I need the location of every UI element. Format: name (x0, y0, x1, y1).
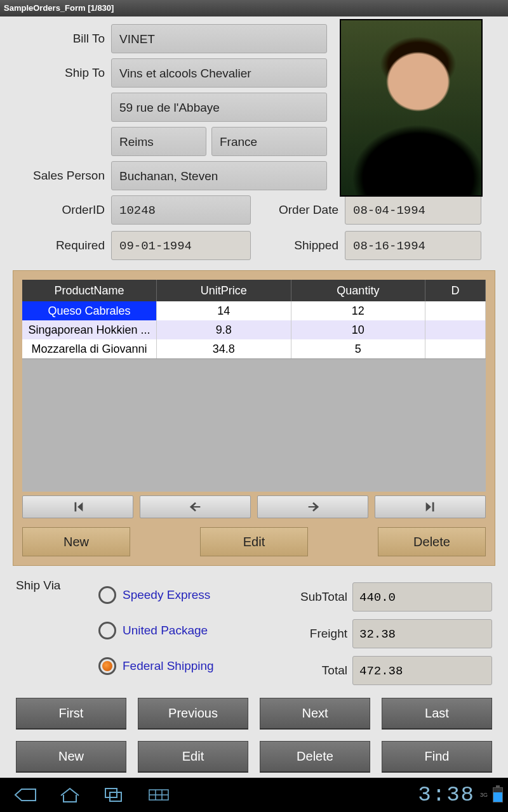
freight-value[interactable]: 32.38 (352, 619, 492, 648)
last-icon (422, 500, 439, 514)
new-button[interactable]: New (16, 741, 126, 773)
home-icon[interactable] (51, 783, 89, 807)
item-delete-button[interactable]: Delete (378, 527, 486, 556)
order-id-field[interactable]: 10248 (111, 195, 251, 225)
table-prev-button[interactable] (140, 495, 251, 518)
order-date-label: Order Date (262, 203, 345, 217)
address-field[interactable]: 59 rue de l'Abbaye (111, 93, 327, 122)
shipped-field[interactable]: 08-16-1994 (345, 231, 481, 260)
order-id-label: OrderID (13, 203, 111, 217)
order-items-table[interactable]: ProductName UnitPrice Quantity D Queso C… (22, 280, 486, 358)
find-button[interactable]: Find (382, 741, 492, 773)
table-row[interactable]: Queso Cabrales 14 12 (22, 301, 486, 320)
table-last-button[interactable] (375, 495, 486, 518)
first-button[interactable]: First (16, 698, 126, 730)
ship-option-federal[interactable]: Federal Shipping (98, 648, 283, 684)
radio-icon (98, 622, 116, 639)
total-value[interactable]: 472.38 (352, 656, 492, 685)
ship-option-united[interactable]: United Package (98, 613, 283, 648)
recent-apps-icon[interactable] (95, 783, 133, 807)
ship-via-label: Ship Via (16, 579, 98, 593)
radio-icon (98, 586, 116, 604)
order-items-panel: ProductName UnitPrice Quantity D Queso C… (13, 270, 495, 566)
col-d[interactable]: D (425, 280, 486, 301)
arrow-right-icon (305, 500, 321, 514)
form-nav-buttons: First Previous Next Last New Edit Delete… (0, 694, 508, 776)
sales-person-label: Sales Person (13, 169, 111, 183)
item-edit-button[interactable]: Edit (200, 527, 308, 556)
back-icon[interactable] (6, 783, 44, 807)
status-clock: 3:38 (418, 783, 475, 807)
radio-icon (98, 657, 116, 675)
next-button[interactable]: Next (260, 698, 370, 730)
signal-indicator: 3G (480, 792, 488, 798)
table-first-button[interactable] (22, 495, 133, 518)
first-icon (70, 500, 86, 514)
android-nav-bar: 3:38 3G (0, 778, 508, 812)
last-button[interactable]: Last (382, 698, 492, 730)
col-unit-price[interactable]: UnitPrice (157, 280, 291, 301)
required-label: Required (13, 239, 111, 252)
subtotal-value[interactable]: 440.0 (352, 582, 492, 612)
battery-icon (493, 787, 503, 802)
bill-to-field[interactable]: VINET (111, 24, 327, 53)
ship-option-speedy[interactable]: Speedy Express (98, 577, 283, 613)
avatar (340, 19, 483, 197)
shipped-label: Shipped (262, 239, 345, 252)
window-title: SampleOrders_Form [1/830] (0, 0, 508, 16)
ship-to-field[interactable]: Vins et alcools Chevalier (111, 58, 327, 88)
order-date-field[interactable]: 08-04-1994 (345, 195, 481, 225)
freight-label: Freight (289, 627, 352, 641)
delete-button[interactable]: Delete (260, 741, 370, 773)
sales-person-field[interactable]: Buchanan, Steven (111, 161, 327, 190)
bill-to-label: Bill To (13, 32, 111, 46)
col-product-name[interactable]: ProductName (22, 280, 157, 301)
col-quantity[interactable]: Quantity (291, 280, 425, 301)
grid-icon[interactable] (140, 783, 178, 807)
table-empty-area (22, 358, 486, 492)
subtotal-label: SubTotal (289, 590, 352, 604)
country-field[interactable]: France (211, 127, 327, 156)
table-row[interactable]: Mozzarella di Giovanni 34.8 5 (22, 339, 486, 358)
table-next-button[interactable] (257, 495, 368, 518)
table-row[interactable]: Singaporean Hokkien ... 9.8 10 (22, 320, 486, 339)
city-field[interactable]: Reims (111, 127, 206, 156)
item-new-button[interactable]: New (22, 527, 130, 556)
arrow-left-icon (187, 500, 204, 514)
edit-button[interactable]: Edit (138, 741, 248, 773)
required-field[interactable]: 09-01-1994 (111, 231, 251, 260)
previous-button[interactable]: Previous (138, 698, 248, 730)
total-label: Total (289, 664, 352, 678)
ship-to-label: Ship To (13, 66, 111, 80)
